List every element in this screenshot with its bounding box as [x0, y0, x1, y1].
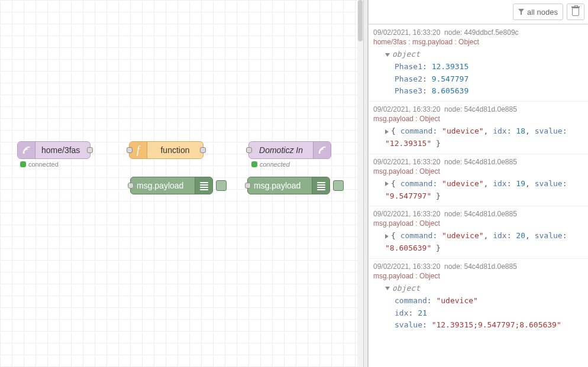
- debug-toggle[interactable]: [216, 180, 227, 191]
- output-port[interactable]: [87, 147, 93, 153]
- svg-point-1: [319, 152, 321, 154]
- message-header: 09/02/2021, 16:33:20 node: 54c4d81d.0e88…: [373, 210, 583, 218]
- collapsed-object[interactable]: { command: "udevice", idx: 18, svalue: "…: [373, 125, 583, 150]
- message-time: 09/02/2021, 16:33:20: [373, 28, 440, 37]
- node-label: function: [147, 145, 203, 155]
- node-label: home/3fas: [35, 145, 90, 155]
- filter-label: all nodes: [527, 8, 558, 17]
- message-header: 09/02/2021, 16:33:20 node: 449ddbcf.5e80…: [373, 28, 583, 37]
- node-debug-2[interactable]: msg.payload: [247, 177, 330, 194]
- clear-button[interactable]: [567, 4, 584, 20]
- debug-message[interactable]: 09/02/2021, 16:33:20 node: 54c4d81d.0e88…: [369, 258, 588, 335]
- trash-icon: [572, 8, 579, 16]
- node-mqtt-out[interactable]: Domoticz In connected: [248, 141, 331, 159]
- object-property[interactable]: Phase2: 9.547797: [373, 73, 583, 86]
- message-topic: msg.payload : Object: [373, 167, 583, 176]
- object-property[interactable]: Phase3: 8.605639: [373, 85, 583, 98]
- message-node-id: node: 54c4d81d.0e885: [440, 262, 516, 271]
- message-node-id: node: 449ddbcf.5e809c: [440, 28, 518, 37]
- message-node-id: node: 54c4d81d.0e885: [440, 158, 516, 166]
- flow-canvas[interactable]: home/3fas connected f function Domoticz …: [0, 0, 363, 367]
- object-property[interactable]: command: "udevice": [373, 295, 583, 307]
- debug-message[interactable]: 09/02/2021, 16:33:20 node: 54c4d81d.0e88…: [369, 206, 588, 258]
- input-port[interactable]: [246, 147, 252, 153]
- message-body: objectPhase1: 12.39315Phase2: 9.547797Ph…: [373, 48, 583, 98]
- message-header: 09/02/2021, 16:33:20 node: 54c4d81d.0e88…: [373, 105, 583, 113]
- message-time: 09/02/2021, 16:33:20: [373, 105, 440, 113]
- node-label: Domoticz In: [249, 145, 313, 155]
- message-header: 09/02/2021, 16:33:20 node: 54c4d81d.0e88…: [373, 262, 583, 271]
- message-body: objectcommand: "udevice"idx: 21svalue: "…: [373, 282, 583, 332]
- debug-message[interactable]: 09/02/2021, 16:33:20 node: 449ddbcf.5e80…: [369, 24, 588, 101]
- node-mqtt-in[interactable]: home/3fas connected: [17, 141, 91, 159]
- message-time: 09/02/2021, 16:33:20: [373, 210, 440, 218]
- canvas-scrollbar[interactable]: [357, 0, 363, 367]
- node-debug-1[interactable]: msg.payload: [130, 177, 213, 194]
- debug-messages[interactable]: 09/02/2021, 16:33:20 node: 449ddbcf.5e80…: [369, 24, 588, 367]
- debug-panel: all nodes 09/02/2021, 16:33:20 node: 449…: [368, 0, 588, 367]
- svg-point-0: [23, 152, 25, 154]
- panel-resize-handle[interactable]: [363, 0, 368, 367]
- message-topic: msg.payload : Object: [373, 115, 583, 123]
- message-topic: home/3fas : msg.payload : Object: [373, 38, 583, 46]
- node-function[interactable]: f function: [129, 141, 203, 159]
- type-label: object: [392, 284, 420, 293]
- message-header: 09/02/2021, 16:33:20 node: 54c4d81d.0e88…: [373, 158, 583, 166]
- message-topic: msg.payload : Object: [373, 219, 583, 228]
- input-port[interactable]: [127, 147, 133, 153]
- debug-icon: [195, 177, 212, 194]
- message-body: { command: "udevice", idx: 19, svalue: "…: [373, 178, 583, 203]
- message-time: 09/02/2021, 16:33:20: [373, 262, 440, 271]
- node-status: connected: [20, 161, 59, 168]
- mqtt-icon: [313, 142, 331, 158]
- collapsed-object[interactable]: { command: "udevice", idx: 20, svalue: "…: [373, 230, 583, 255]
- debug-toolbar: all nodes: [369, 0, 588, 24]
- mqtt-icon: [18, 142, 35, 158]
- expand-caret-icon[interactable]: [385, 287, 390, 290]
- type-label: object: [392, 50, 420, 59]
- message-body: { command: "udevice", idx: 20, svalue: "…: [373, 230, 583, 255]
- expand-caret-icon[interactable]: [385, 181, 389, 186]
- input-port[interactable]: [245, 183, 251, 189]
- app-root: home/3fas connected f function Domoticz …: [0, 0, 588, 367]
- node-label: msg.payload: [248, 181, 312, 190]
- object-property[interactable]: idx: 21: [373, 307, 583, 320]
- expand-caret-icon[interactable]: [385, 129, 389, 134]
- input-port[interactable]: [128, 183, 134, 189]
- debug-message[interactable]: 09/02/2021, 16:33:20 node: 54c4d81d.0e88…: [369, 101, 588, 154]
- debug-icon: [312, 177, 329, 194]
- node-label: msg.payload: [131, 181, 195, 190]
- expand-caret-icon[interactable]: [385, 53, 390, 57]
- expand-caret-icon[interactable]: [385, 234, 389, 239]
- output-port[interactable]: [200, 147, 206, 153]
- debug-toggle[interactable]: [333, 180, 344, 191]
- wires-layer: [0, 0, 177, 89]
- filter-button[interactable]: all nodes: [513, 4, 563, 20]
- filter-icon: [518, 9, 524, 15]
- message-time: 09/02/2021, 16:33:20: [373, 158, 440, 166]
- scrollbar-thumb[interactable]: [358, 0, 363, 41]
- node-status: connected: [251, 161, 290, 168]
- message-node-id: node: 54c4d81d.0e885: [440, 210, 516, 218]
- debug-message[interactable]: 09/02/2021, 16:33:20 node: 54c4d81d.0e88…: [369, 154, 588, 206]
- object-property[interactable]: Phase1: 12.39315: [373, 61, 583, 73]
- collapsed-object[interactable]: { command: "udevice", idx: 19, svalue: "…: [373, 178, 583, 203]
- object-property[interactable]: svalue: "12.39315;9.547797;8.605639": [373, 319, 583, 332]
- message-topic: msg.payload : Object: [373, 272, 583, 280]
- message-body: { command: "udevice", idx: 18, svalue: "…: [373, 125, 583, 150]
- message-node-id: node: 54c4d81d.0e885: [440, 105, 516, 113]
